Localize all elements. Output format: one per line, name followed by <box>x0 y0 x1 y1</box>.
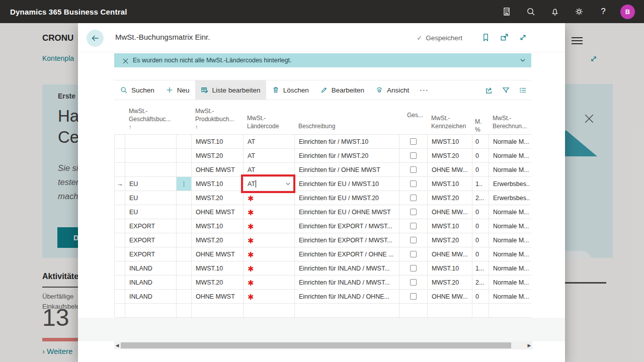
row-menu-cell[interactable]: ⋮ <box>177 290 192 303</box>
row-selector-cell[interactable]: → <box>115 304 125 317</box>
row-selector-cell[interactable]: → <box>115 177 125 191</box>
table-row[interactable]: → EU ⋮ MWST.20 ✱ Einrichten für EU / MWS… <box>114 191 531 205</box>
checkbox-cell[interactable] <box>399 261 428 275</box>
table-row[interactable]: → ⋮ OHNE MWST ✱ AT Einrichten für / OHNE… <box>114 163 531 177</box>
checkbox-cell[interactable] <box>399 247 428 261</box>
table-row[interactable]: → INLAND ⋮ MWST.10 ✱ Einrichten für INLA… <box>114 261 531 276</box>
new-button[interactable]: Neu <box>160 80 195 100</box>
row-selector-cell[interactable]: → <box>115 191 125 205</box>
row-menu-cell[interactable]: ⋮ <box>177 149 192 162</box>
product-posting-group-cell[interactable]: MWST.10 <box>192 177 244 191</box>
business-posting-group-cell[interactable]: INLAND <box>125 261 177 275</box>
description-cell[interactable] <box>295 304 399 317</box>
description-cell[interactable]: Einrichten für INLAND / MWST... <box>295 261 399 275</box>
checkbox-cell[interactable] <box>399 233 428 247</box>
table-row[interactable]: → EXPORT ⋮ OHNE MWST ✱ Einrichten für EX… <box>114 247 531 261</box>
row-selector-cell[interactable]: → <box>115 233 125 247</box>
table-row[interactable]: → EXPORT ⋮ MWST.20 ✱ Einrichten für EXPO… <box>114 233 531 247</box>
filter-icon[interactable] <box>497 80 514 100</box>
row-selector-cell[interactable]: → <box>115 205 125 219</box>
product-posting-group-cell[interactable]: OHNE MWST <box>192 163 244 176</box>
vat-percent-cell[interactable]: 1.. <box>472 177 489 191</box>
column-header[interactable] <box>176 100 191 134</box>
business-posting-group-cell[interactable] <box>125 149 177 162</box>
row-menu-cell[interactable]: ⋮ <box>177 261 192 275</box>
checkbox[interactable] <box>410 152 417 159</box>
bookmark-icon[interactable] <box>481 33 491 43</box>
row-selector-cell[interactable]: → <box>115 290 125 303</box>
row-selector-cell[interactable]: → <box>115 276 125 289</box>
row-menu-cell[interactable]: ⋮ <box>177 163 192 176</box>
help-icon[interactable]: ? <box>591 0 615 23</box>
vat-identifier-cell[interactable]: OHNE MW... <box>428 163 472 176</box>
country-code-cell[interactable]: ✱ <box>244 247 295 261</box>
product-posting-group-cell[interactable]: OHNE MWST <box>192 290 244 303</box>
row-selector-cell[interactable]: → <box>115 247 125 261</box>
country-code-cell[interactable]: ✱ <box>244 276 295 289</box>
vat-calculation-type-cell[interactable]: Normale M... <box>489 233 532 247</box>
description-cell[interactable]: Einrichten für EU / MWST.20 <box>295 191 399 205</box>
checkbox[interactable] <box>410 237 417 243</box>
row-selector-cell[interactable]: → <box>115 261 125 275</box>
vat-percent-cell[interactable]: 0 <box>472 233 489 247</box>
checkbox-cell[interactable] <box>399 177 428 191</box>
checkbox[interactable] <box>410 251 417 257</box>
row-menu-cell[interactable]: ⋮ <box>177 135 192 148</box>
vat-percent-cell[interactable]: 1... <box>472 261 489 275</box>
row-selector-cell[interactable]: → <box>115 163 125 176</box>
description-cell[interactable]: Einrichten für EU / OHNE MWST <box>295 205 399 219</box>
checkbox[interactable] <box>410 180 417 187</box>
column-header[interactable]: MwSt.-Kennzeichen <box>427 100 472 134</box>
column-header[interactable]: MwSt.-Ländercode <box>243 100 294 134</box>
vat-calculation-type-cell[interactable]: Normale M... <box>489 163 532 176</box>
vat-identifier-cell[interactable]: OHNE MW... <box>428 205 472 219</box>
country-code-cell[interactable]: ✱ AT <box>244 163 295 176</box>
vat-percent-cell[interactable]: 0 <box>472 163 489 176</box>
row-options-icon[interactable]: ⋮ <box>181 180 187 188</box>
description-cell[interactable]: Einrichten für / MWST.10 <box>295 135 399 148</box>
row-menu-cell[interactable]: ⋮ <box>177 247 192 261</box>
country-code-cell[interactable]: ✱ <box>244 219 295 233</box>
country-code-cell[interactable]: ✱ <box>244 304 295 317</box>
column-header[interactable]: MwSt.-Berechnun... <box>489 100 531 134</box>
app-title[interactable]: Dynamics 365 Business Central <box>10 8 127 16</box>
vat-calculation-type-cell[interactable]: Normale M... <box>489 261 532 275</box>
table-row[interactable]: → EXPORT ⋮ MWST.10 ✱ Einrichten für EXPO… <box>114 219 531 233</box>
vat-calculation-type-cell[interactable]: Normale M... <box>489 205 532 219</box>
table-row[interactable]: → ⋮ MWST.20 ✱ AT Einrichten für / MWST.2… <box>114 149 531 163</box>
country-code-cell[interactable]: ✱ <box>244 233 295 247</box>
country-code-editor[interactable]: AT <box>244 177 294 191</box>
vat-percent-cell[interactable]: 0 <box>472 135 489 148</box>
product-posting-group-cell[interactable]: OHNE MWST <box>192 247 244 261</box>
vat-identifier-cell[interactable]: OHNE MW... <box>428 290 472 303</box>
checkbox-cell[interactable] <box>399 135 428 148</box>
product-posting-group-cell[interactable] <box>192 304 244 317</box>
open-in-new-window-icon[interactable] <box>500 33 510 43</box>
expand-dialog-icon[interactable] <box>518 33 528 43</box>
list-options-icon[interactable] <box>514 80 531 100</box>
vat-calculation-type-cell[interactable]: Normale M... <box>489 219 532 233</box>
checkbox-cell[interactable] <box>399 290 428 303</box>
product-posting-group-cell[interactable]: MWST.20 <box>192 233 244 247</box>
view-button[interactable]: Ansicht <box>370 80 415 100</box>
description-cell[interactable]: Einrichten für INLAND / MWST... <box>295 276 399 289</box>
checkbox[interactable] <box>410 166 417 173</box>
description-cell[interactable]: Einrichten für INLAND / OHNE... <box>295 290 399 303</box>
business-posting-group-cell[interactable] <box>125 135 177 148</box>
table-row[interactable]: → ⋮ ✱ <box>114 304 531 318</box>
column-header[interactable]: M.% <box>472 100 489 134</box>
vat-identifier-cell[interactable]: MWST.10 <box>428 177 472 191</box>
checkbox-cell[interactable] <box>399 276 428 289</box>
column-header[interactable]: Ges... <box>399 100 427 134</box>
row-selector-cell[interactable]: → <box>115 135 125 148</box>
checkbox-cell[interactable] <box>399 149 428 162</box>
country-code-cell[interactable]: ✱ <box>244 191 295 205</box>
column-header[interactable]: MwSt.-Geschäftsbuc...↑ <box>125 100 176 134</box>
vat-calculation-type-cell[interactable]: Normale M... <box>489 276 532 289</box>
business-posting-group-cell[interactable] <box>125 163 177 176</box>
business-posting-group-cell[interactable]: EXPORT <box>125 247 177 261</box>
scroll-left-arrow[interactable]: ◀ <box>114 341 120 349</box>
checkbox[interactable] <box>410 209 417 215</box>
table-row[interactable]: → INLAND ⋮ OHNE MWST ✱ Einrichten für IN… <box>114 290 531 304</box>
vat-percent-cell[interactable]: 2... <box>472 276 489 289</box>
